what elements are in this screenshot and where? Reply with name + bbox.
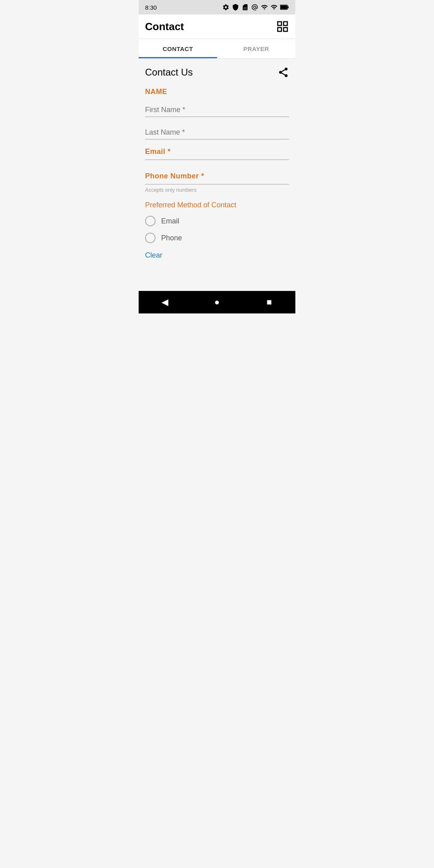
svg-point-7 — [285, 68, 288, 70]
svg-rect-3 — [278, 22, 281, 25]
grid-icon[interactable] — [276, 20, 289, 33]
svg-line-10 — [282, 73, 285, 75]
clear-button[interactable]: Clear — [145, 251, 162, 260]
preferred-contact-section: Preferred Method of Contact Email Phone … — [139, 201, 295, 260]
recent-button[interactable]: ■ — [261, 294, 277, 310]
svg-point-9 — [285, 74, 288, 77]
share-icon[interactable] — [278, 67, 289, 78]
battery-icon — [280, 4, 289, 10]
section-header: Contact Us — [139, 59, 295, 84]
section-title: Contact Us — [145, 67, 193, 78]
tabs: CONTACT PRAYER — [139, 39, 295, 59]
first-name-input[interactable] — [145, 102, 289, 117]
phone-hint: Accepts only numbers — [145, 187, 289, 193]
name-section-label: NAME — [145, 88, 289, 96]
status-bar: 8:30 — [139, 0, 295, 14]
svg-rect-6 — [284, 28, 287, 31]
svg-rect-5 — [278, 28, 281, 31]
back-button[interactable]: ◀ — [157, 294, 173, 310]
first-name-field — [145, 102, 289, 117]
svg-rect-1 — [287, 6, 289, 8]
email-label: Email * — [145, 147, 289, 156]
svg-rect-4 — [284, 22, 287, 25]
app-title: Contact — [145, 20, 184, 33]
bottom-nav: ◀ ● ■ — [139, 291, 295, 313]
last-name-input[interactable] — [145, 125, 289, 139]
tab-prayer[interactable]: PRAYER — [217, 39, 295, 58]
radio-phone-circle[interactable] — [145, 233, 156, 243]
svg-point-8 — [279, 71, 282, 74]
shield-icon — [232, 4, 239, 11]
svg-rect-2 — [280, 5, 287, 9]
tab-contact[interactable]: CONTACT — [139, 39, 217, 58]
wifi-icon — [261, 4, 268, 11]
sim-icon — [242, 4, 249, 11]
signal-icon — [270, 4, 278, 11]
radio-email-option[interactable]: Email — [145, 216, 289, 226]
radio-email-circle[interactable] — [145, 216, 156, 226]
email-field: Email * — [145, 147, 289, 160]
app-header: Contact — [139, 14, 295, 39]
preferred-label: Preferred Method of Contact — [145, 201, 289, 209]
status-icons — [222, 4, 289, 11]
form-container: NAME Email * Phone Number * Accepts only… — [139, 88, 295, 193]
phone-label: Phone Number * — [145, 172, 289, 180]
home-button[interactable]: ● — [209, 294, 225, 310]
radio-phone-option[interactable]: Phone — [145, 233, 289, 243]
at-icon — [251, 4, 258, 11]
content-area: Contact Us NAME Email * Phone Number * A — [139, 59, 295, 291]
phone-field: Phone Number * Accepts only numbers — [145, 172, 289, 193]
radio-phone-label: Phone — [161, 234, 182, 242]
settings-icon — [222, 4, 229, 11]
status-time: 8:30 — [145, 4, 157, 11]
last-name-field — [145, 125, 289, 139]
radio-email-label: Email — [161, 217, 179, 225]
svg-line-11 — [282, 70, 285, 72]
